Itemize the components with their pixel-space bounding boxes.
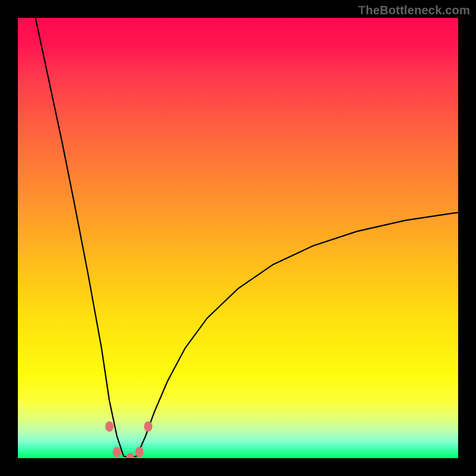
trough-marker-dot [105,421,114,432]
trough-marker-dot [144,421,152,432]
watermark-initial: T [358,4,365,17]
watermark-text: TheBottleneck.com [358,4,470,17]
trough-markers [18,18,458,458]
plot-area [18,18,458,458]
watermark-rest: heBottleneck.com [366,4,470,17]
trough-marker-dot [135,447,143,458]
trough-marker-dot [113,447,121,458]
trough-marker-dot [126,453,134,458]
chart-canvas: TheBottleneck.com [0,0,476,476]
